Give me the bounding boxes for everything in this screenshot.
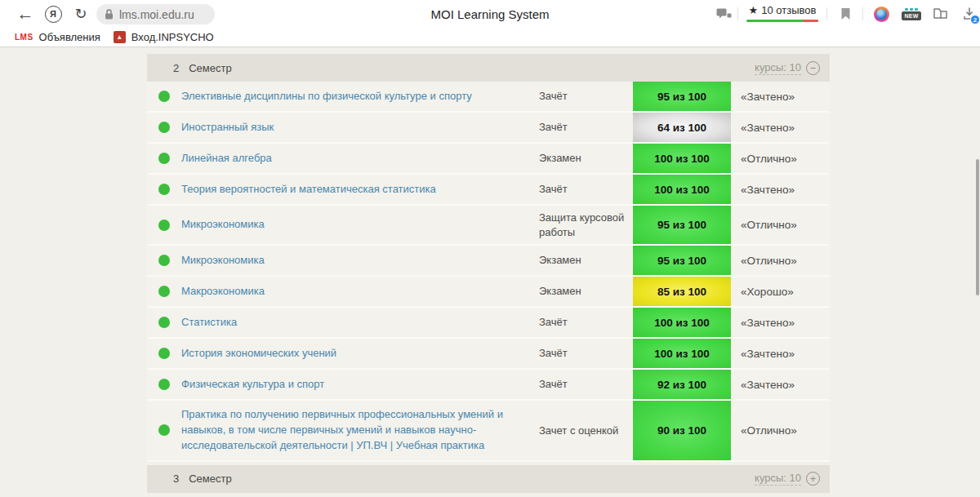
grade-cell: «Зачтено»	[731, 370, 830, 399]
control-type: Зачёт	[539, 89, 568, 104]
downloads-count-badge: 2	[970, 15, 980, 24]
extension-new-icon[interactable]: NEW	[900, 0, 923, 28]
bookmark-inpsycho[interactable]: ▲ Вход.INPSYCHO	[107, 28, 220, 47]
yandex-home-button[interactable]: Я	[41, 0, 65, 28]
course-link[interactable]: Микроэкономика	[181, 253, 265, 268]
courses-count-link[interactable]: курсы: 10	[755, 472, 801, 486]
table-row: Практика по получению первичных професси…	[147, 401, 830, 462]
control-type: Зачёт	[539, 182, 568, 197]
score-cell: 95 из 100	[633, 82, 731, 111]
bookmark-page-icon[interactable]	[835, 0, 856, 28]
course-name-cell: Статистика	[181, 308, 539, 337]
score-cell: 100 из 100	[633, 144, 731, 173]
score-cell: 95 из 100	[633, 246, 731, 275]
control-type: Зачёт	[539, 377, 568, 392]
site-feedback-icon[interactable]	[712, 0, 735, 28]
status-dot-icon	[158, 153, 170, 164]
refresh-button[interactable]: ↻	[69, 0, 93, 28]
address-bar[interactable]: lms.moi.edu.ru	[96, 4, 215, 24]
course-link[interactable]: Элективные дисциплины по физической куль…	[181, 89, 472, 104]
table-row: Иностранный язык Зачёт 64 из 100 «Зачтен…	[147, 113, 830, 144]
score-cell: 92 из 100	[633, 370, 731, 399]
table-row: Линейная алгебра Экзамен 100 из 100 «Отл…	[147, 144, 830, 175]
table-row: Теория вероятностей и математическая ста…	[147, 175, 830, 206]
grade-cell: «Отлично»	[731, 401, 830, 460]
score-cell: 90 из 100	[633, 401, 731, 460]
table-row: История экономических учений Зачёт 100 и…	[147, 339, 830, 370]
grade-cell: «Зачтено»	[731, 113, 830, 142]
url-text: lms.moi.edu.ru	[119, 8, 194, 21]
control-type-cell: Зачёт	[539, 370, 633, 399]
grade-value: «Зачтено»	[741, 317, 795, 329]
course-name-cell: Физическая культура и спорт	[181, 370, 539, 399]
bookmark-announcements[interactable]: LMS Объявления	[8, 28, 107, 47]
page-title: MOI Learning System	[430, 0, 549, 28]
grade-cell: «Зачтено»	[731, 339, 830, 368]
expand-semester-icon[interactable]: +	[806, 472, 820, 486]
score-cell: 64 из 100	[633, 113, 731, 142]
course-status-cell	[147, 308, 181, 337]
control-type: Защита курсовой работы	[539, 211, 626, 239]
control-type: Экзамен	[539, 284, 581, 299]
grade-cell: «Отлично»	[731, 246, 830, 275]
status-dot-icon	[158, 286, 170, 297]
course-status-cell	[147, 82, 181, 111]
reviews-rating-bar	[746, 20, 818, 22]
semester-label: Семестр	[189, 62, 231, 74]
grade-cell: «Хорошо»	[731, 277, 830, 306]
course-status-cell	[147, 277, 181, 306]
course-link[interactable]: Иностранный язык	[181, 120, 274, 135]
bookmark-label: Объявления	[39, 31, 100, 43]
control-type: Экзамен	[539, 151, 581, 166]
course-name-cell: Элективные дисциплины по физической куль…	[181, 82, 539, 111]
semester-number: 3	[173, 473, 179, 485]
vertical-scrollbar[interactable]	[976, 159, 979, 295]
site-reviews-button[interactable]: ★ 10 отзывов	[743, 2, 822, 26]
semester-2-header: 2 Семестр курсы: 10 −	[147, 54, 830, 82]
extension-browser-ring-icon[interactable]	[871, 0, 892, 28]
grade-value: «Отлично»	[741, 424, 797, 437]
control-type-cell: Зачёт	[539, 175, 633, 204]
course-link[interactable]: Теория вероятностей и математическая ста…	[181, 182, 436, 197]
course-link[interactable]: Макроэкономика	[181, 284, 265, 300]
grade-cell: «Зачтено»	[731, 82, 830, 111]
status-dot-icon	[158, 122, 170, 133]
score-cell: 100 из 100	[633, 339, 731, 368]
grade-cell: «Отлично»	[731, 206, 830, 244]
control-type-cell: Экзамен	[539, 144, 633, 173]
semester-number: 2	[173, 62, 179, 74]
status-dot-icon	[158, 348, 170, 359]
table-row: Статистика Зачёт 100 из 100 «Зачтено»	[147, 308, 830, 339]
browser-chrome: ← Я ↻ lms.moi.edu.ru MOI Learning System	[0, 0, 980, 47]
status-dot-icon	[158, 255, 170, 266]
control-type: Экзамен	[539, 253, 581, 268]
course-status-cell	[147, 144, 181, 173]
collections-icon[interactable]	[929, 0, 952, 28]
course-link[interactable]: История экономических учений	[181, 346, 336, 362]
collapse-semester-icon[interactable]: −	[806, 61, 820, 75]
course-link[interactable]: Практика по получению первичных професси…	[181, 407, 528, 454]
grade-cell: «Зачтено»	[731, 175, 830, 204]
control-type-cell: Зачёт	[539, 308, 633, 337]
new-badge-label: NEW	[902, 11, 920, 20]
reviews-count-label: 10 отзывов	[761, 4, 816, 16]
courses-count-link[interactable]: курсы: 10	[755, 61, 801, 75]
back-button[interactable]: ←	[13, 0, 38, 28]
course-name-cell: Теория вероятностей и математическая ста…	[181, 175, 539, 204]
table-row: Физическая культура и спорт Зачёт 92 из …	[147, 370, 830, 401]
course-status-cell	[147, 339, 181, 368]
yandex-logo-icon: Я	[45, 6, 62, 23]
course-link[interactable]: Физическая культура и спорт	[181, 377, 324, 393]
grade-value: «Отлично»	[741, 255, 797, 267]
course-link[interactable]: Статистика	[181, 315, 237, 331]
course-link[interactable]: Микроэкономика	[181, 217, 265, 233]
table-row: Макроэкономика Экзамен 85 из 100 «Хорошо…	[147, 277, 830, 308]
grade-value: «Зачтено»	[741, 122, 795, 134]
downloads-button[interactable]: 2	[959, 0, 980, 28]
course-link[interactable]: Линейная алгебра	[181, 151, 272, 166]
control-type-cell: Зачёт	[539, 113, 633, 142]
semester-label: Семестр	[189, 473, 231, 485]
control-type-cell: Защита курсовой работы	[539, 206, 633, 244]
toolbar-separator	[737, 7, 738, 20]
extension-ring-outer	[874, 7, 889, 22]
